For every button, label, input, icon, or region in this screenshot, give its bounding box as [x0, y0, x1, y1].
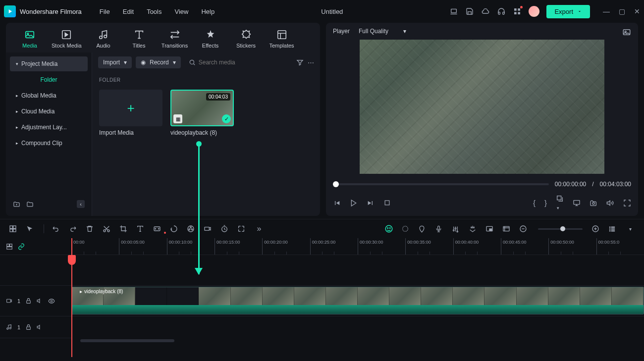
lock-icon[interactable]: [25, 324, 32, 330]
keyframe-icon[interactable]: [153, 225, 163, 233]
apps-icon[interactable]: [513, 7, 522, 16]
ribbon-templates[interactable]: Templates: [264, 27, 300, 51]
time-ruler[interactable]: 00:0000:00:05:0000:00:10:0000:00:15:0000…: [71, 238, 644, 255]
ribbon-stickers[interactable]: Stickers: [228, 27, 264, 51]
delete-icon[interactable]: [86, 225, 96, 233]
sidebar-project-media[interactable]: ▾Project Media: [10, 56, 88, 71]
ribbon-effects[interactable]: Effects: [193, 27, 228, 51]
speed-reverse-icon[interactable]: [170, 225, 180, 233]
h-scroll-thumb[interactable]: [80, 339, 174, 342]
undo-icon[interactable]: [52, 225, 62, 233]
playhead[interactable]: [71, 238, 72, 357]
redo-icon[interactable]: [69, 225, 79, 233]
next-frame-icon[interactable]: [367, 199, 375, 207]
cut-icon[interactable]: [103, 225, 112, 233]
scrub-thumb[interactable]: [333, 181, 339, 187]
audio-track[interactable]: [71, 316, 644, 338]
zoom-in-icon[interactable]: [591, 225, 601, 233]
ribbon-stock[interactable]: Stock Media: [48, 27, 86, 51]
volume-icon[interactable]: [606, 199, 614, 207]
scrub-track[interactable]: [333, 183, 549, 185]
track-content[interactable]: ▸ videoplayback (8): [71, 255, 644, 338]
view-dropdown-icon[interactable]: ▾: [625, 226, 635, 232]
expand-icon[interactable]: [237, 225, 247, 233]
minimize-button[interactable]: —: [603, 7, 610, 15]
mark-icon[interactable]: ▾: [556, 195, 564, 211]
effects-tb-icon[interactable]: [204, 225, 214, 233]
view-list-icon[interactable]: [608, 225, 618, 233]
media-clip-card[interactable]: 00:04:03 ▦ ✓ videoplayback (8): [170, 90, 234, 136]
device-icon[interactable]: [449, 7, 458, 16]
video-track-icon[interactable]: [6, 298, 12, 304]
import-media-card[interactable]: + Import Media: [99, 90, 162, 136]
lock-icon[interactable]: [25, 298, 32, 304]
display-icon[interactable]: [573, 199, 581, 207]
layout-icon[interactable]: [9, 225, 19, 233]
menu-file[interactable]: File: [100, 8, 110, 15]
avatar[interactable]: [529, 6, 539, 17]
more-tools-icon[interactable]: »: [254, 224, 264, 233]
video-preview[interactable]: [360, 40, 604, 174]
eye-icon[interactable]: [48, 298, 55, 305]
menu-edit[interactable]: Edit: [123, 8, 134, 15]
color-icon[interactable]: [187, 225, 197, 233]
sidebar-cloud-media[interactable]: ▸Cloud Media: [10, 104, 88, 119]
text-icon[interactable]: [136, 225, 146, 233]
video-track[interactable]: ▸ videoplayback (8): [71, 286, 644, 316]
zoom-slider[interactable]: [538, 228, 583, 230]
timeline-clip[interactable]: ▸ videoplayback (8): [71, 287, 644, 314]
sidebar-folder[interactable]: Folder: [10, 72, 88, 87]
menu-help[interactable]: Help: [201, 8, 215, 15]
maximize-button[interactable]: ▢: [619, 7, 625, 15]
collapse-sidebar-icon[interactable]: ‹: [77, 200, 85, 208]
h-scrollbar[interactable]: [71, 338, 644, 343]
track-layout-icon[interactable]: [6, 243, 13, 250]
save-icon[interactable]: [465, 7, 474, 16]
ribbon-media[interactable]: Media: [12, 27, 48, 51]
magnet-icon[interactable]: [469, 225, 479, 233]
render-icon[interactable]: [502, 225, 512, 233]
quality-dropdown[interactable]: Full Quality▾: [359, 28, 406, 35]
mute-icon[interactable]: [37, 324, 43, 330]
snapshot-icon[interactable]: [622, 28, 631, 37]
mute-icon[interactable]: [37, 298, 43, 304]
bracket-in-icon[interactable]: {: [533, 199, 536, 207]
import-dropdown[interactable]: Import▾: [98, 56, 132, 68]
prev-frame-icon[interactable]: [333, 199, 341, 207]
export-button[interactable]: Export: [546, 5, 590, 18]
pip-icon[interactable]: [485, 225, 495, 233]
cursor-icon[interactable]: [26, 225, 36, 233]
filter-icon[interactable]: [296, 59, 304, 66]
player-tab[interactable]: Player: [333, 28, 350, 35]
audio-track-icon[interactable]: [6, 324, 12, 330]
link-icon[interactable]: [18, 243, 25, 250]
menu-tools[interactable]: Tools: [147, 8, 161, 15]
zoom-thumb[interactable]: [560, 226, 565, 231]
stop-icon[interactable]: [383, 199, 391, 206]
new-folder-icon[interactable]: [13, 201, 20, 208]
play-icon[interactable]: [350, 199, 358, 207]
more-icon[interactable]: ⋯: [308, 59, 314, 66]
timer-icon[interactable]: [220, 225, 230, 233]
menu-view[interactable]: View: [174, 8, 188, 15]
brightness-icon[interactable]: [401, 225, 411, 233]
ribbon-transitions[interactable]: Transitions: [157, 27, 193, 51]
bracket-out-icon[interactable]: }: [544, 199, 547, 207]
mic-icon[interactable]: [435, 225, 445, 233]
marker-icon[interactable]: [418, 225, 428, 233]
fullscreen-icon[interactable]: [623, 199, 631, 207]
record-dropdown[interactable]: ◉Record▾: [136, 56, 181, 68]
support-icon[interactable]: [497, 7, 506, 16]
ribbon-titles[interactable]: Titles: [121, 27, 157, 51]
zoom-out-icon[interactable]: [519, 225, 529, 233]
crop-icon[interactable]: [119, 225, 129, 233]
cloud-icon[interactable]: [481, 7, 490, 16]
ai-icon[interactable]: [384, 224, 394, 233]
sidebar-adjustment-layer[interactable]: ▸Adjustment Lay...: [10, 120, 88, 135]
sidebar-compound-clip[interactable]: ▸Compound Clip: [10, 136, 88, 151]
camera-icon[interactable]: [590, 199, 597, 207]
folder-icon[interactable]: [26, 201, 34, 208]
close-button[interactable]: ✕: [634, 7, 640, 15]
search-input[interactable]: [199, 59, 288, 66]
mixer-icon[interactable]: [452, 225, 462, 233]
